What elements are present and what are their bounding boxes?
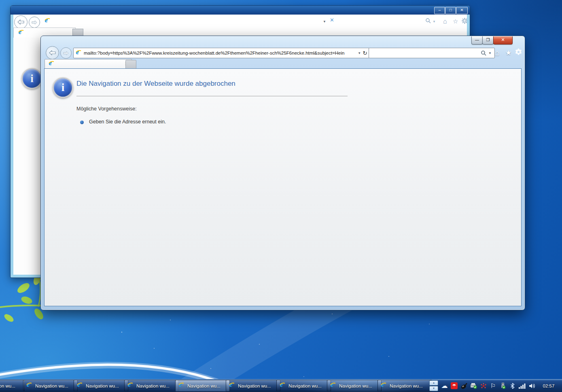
search-dropdown-icon[interactable]: ▼: [488, 51, 492, 55]
forward-button[interactable]: [60, 47, 72, 59]
maximize-button[interactable]: □: [445, 7, 456, 14]
settings-gear-icon[interactable]: [515, 49, 522, 57]
tab-favicon ie-icon: [18, 30, 25, 36]
back-arrow-icon: [17, 19, 24, 25]
ie-icon: [76, 382, 83, 389]
taskbar-clock[interactable]: 02:57: [538, 379, 559, 392]
bullet-icon: [80, 121, 84, 124]
taskbar-button-ie-window[interactable]: Navigation wu...: [327, 380, 382, 392]
bluetooth-icon[interactable]: [509, 382, 516, 389]
minimize-button[interactable]: –: [434, 7, 445, 14]
network-red-dots-icon[interactable]: [480, 382, 487, 389]
print-queue-icon[interactable]: [470, 382, 477, 389]
taskbar-button-label: Navigation wu...: [35, 384, 68, 388]
error-option-item: Geben Sie die Adresse erneut ein.: [89, 119, 166, 125]
taskbar-button-label: Navigation wu...: [288, 384, 322, 388]
taskbar-button-ie-window-active[interactable]: Navigation wu...: [175, 380, 230, 392]
taskbar-overflow-scroll[interactable]: ▲ ▼: [429, 380, 438, 391]
back-button[interactable]: [14, 15, 28, 29]
address-bar-input[interactable]: [52, 16, 319, 26]
minimize-button[interactable]: —: [471, 36, 483, 44]
taskbar-button-ie-window[interactable]: Navigation wu...: [377, 380, 432, 392]
info-icon: [21, 68, 42, 89]
network-signal-icon[interactable]: [519, 382, 526, 389]
stop-icon[interactable]: ✕: [330, 17, 334, 23]
taskbar-button-label: Navigation wu...: [187, 384, 221, 388]
favorites-star-icon[interactable]: ☆: [453, 18, 458, 25]
back-button[interactable]: [46, 46, 59, 59]
close-button[interactable]: ✕: [493, 36, 513, 44]
search-icon[interactable]: [425, 18, 431, 25]
error-options-label: Mögliche Vorgehensweise:: [76, 106, 137, 112]
maximize-button[interactable]: ❐: [482, 36, 494, 44]
forward-button[interactable]: [29, 17, 40, 28]
system-tray: ☁ ☂ ⚐: [441, 379, 535, 392]
refresh-icon[interactable]: ↻: [363, 50, 367, 56]
ie-icon: [279, 382, 286, 389]
favorites-star-icon[interactable]: ★: [505, 49, 511, 57]
info-icon: [53, 77, 73, 98]
search-dropdown-icon[interactable]: ▼: [433, 20, 436, 23]
browser-tab[interactable]: ✕: [45, 59, 132, 69]
taskbar-button-label: Navigation wu...: [86, 384, 119, 388]
taskbar-button-label: Navigation wu...: [238, 384, 271, 388]
forward-arrow-icon: [63, 51, 69, 55]
tab-favicon ie-icon: [48, 61, 55, 68]
taskbar-button-label: Navigation wu...: [339, 384, 372, 388]
ie-icon: [127, 382, 134, 389]
search-icon[interactable]: [481, 50, 486, 56]
ie-icon: [330, 382, 337, 389]
taskbar-button-ie-window[interactable]: Navigation wu...: [124, 380, 179, 392]
cloud-icon[interactable]: ☁: [441, 382, 448, 389]
new-tab-button[interactable]: [125, 60, 136, 69]
settings-gear-icon[interactable]: [462, 18, 467, 25]
address-dropdown-icon[interactable]: ▼: [323, 20, 326, 23]
back-arrow-icon: [49, 50, 56, 55]
action-center-flag-icon[interactable]: ⚐: [490, 382, 496, 389]
close-button[interactable]: ✕: [456, 7, 468, 14]
taskbar-button-ie-window[interactable]: Navigation wu...: [276, 380, 331, 392]
avira-antivirus-icon[interactable]: ☂: [451, 382, 458, 389]
safely-remove-usb-icon[interactable]: [499, 382, 506, 389]
address-favicon ie-icon: [75, 50, 82, 57]
ie-icon: [178, 382, 185, 389]
window-titlebar[interactable]: [11, 6, 470, 15]
wallpaper-sparkles: [121, 332, 122, 333]
home-icon[interactable]: ⌂: [443, 18, 447, 25]
taskbar-button-ie-window[interactable]: Navigation wu...: [23, 380, 78, 392]
address-dropdown-icon[interactable]: ▼: [358, 51, 361, 55]
ie-icon: [380, 382, 387, 389]
address-bar[interactable]: mailto:?body=https%3A%2F%2Fwww.kreiszeit…: [73, 48, 369, 58]
scroll-up-icon[interactable]: ▲: [429, 380, 438, 386]
satellite-dish-icon[interactable]: [460, 382, 467, 389]
address-url-text[interactable]: mailto:?body=https%3A%2F%2Fwww.kreiszeit…: [84, 51, 356, 55]
divider: [76, 96, 348, 96]
taskbar-button-ie-window[interactable]: Navigation wu...: [0, 380, 25, 392]
taskbar-button-ie-window[interactable]: Navigation wu...: [74, 380, 128, 392]
error-page-heading: Die Navigation zu der Webseite wurde abg…: [76, 80, 235, 88]
error-page: Die Navigation zu der Webseite wurde abg…: [44, 68, 522, 306]
ie-icon: [26, 382, 33, 389]
search-box[interactable]: ▼: [369, 48, 495, 58]
address-bar-favicon ie-icon: [44, 18, 51, 26]
forward-arrow-icon: [32, 20, 37, 25]
ie-icon: [229, 382, 235, 389]
foreground-browser-window: — ❐ ✕ mailto:?body=https%3A%2F%2Fwww.kre…: [40, 36, 525, 310]
taskbar-button-label: Navigation wu...: [390, 384, 423, 388]
taskbar: Navigation wu... Navigation wu... Naviga…: [0, 379, 562, 392]
taskbar-button-label: Navigation wu...: [0, 384, 15, 388]
taskbar-button-label: Navigation wu...: [136, 384, 170, 388]
scroll-down-icon[interactable]: ▼: [429, 386, 438, 391]
volume-speaker-icon[interactable]: [528, 382, 535, 389]
taskbar-button-ie-window[interactable]: Navigation wu...: [226, 380, 280, 392]
home-icon[interactable]: ⌂: [495, 49, 499, 57]
